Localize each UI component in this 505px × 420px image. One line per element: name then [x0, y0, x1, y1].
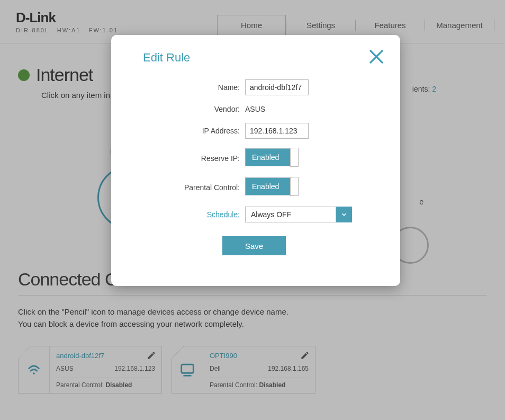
label-schedule[interactable]: Schedule: [155, 210, 240, 219]
parental-control-state: Enabled [252, 182, 279, 191]
reserve-ip-state: Enabled [252, 153, 279, 162]
ip-input[interactable] [245, 123, 309, 139]
toggle-knob [290, 177, 299, 196]
modal-title: Edit Rule [143, 51, 379, 65]
parental-control-toggle[interactable]: Enabled [245, 177, 298, 195]
vendor-value: ASUS [245, 105, 265, 113]
label-ip: IP Address: [155, 127, 240, 135]
schedule-value: Always OFF [245, 207, 336, 222]
chevron-down-icon[interactable] [336, 207, 352, 222]
reserve-ip-toggle[interactable]: Enabled [245, 148, 298, 166]
label-reserve-ip: Reserve IP: [155, 154, 240, 163]
label-vendor: Vendor: [155, 105, 240, 113]
label-parental-control: Parental Control: [155, 183, 240, 192]
close-button[interactable] [366, 47, 386, 67]
save-button[interactable]: Save [222, 236, 286, 255]
schedule-select[interactable]: Always OFF [245, 207, 356, 222]
label-name: Name: [155, 83, 240, 92]
toggle-knob [290, 148, 299, 167]
edit-rule-modal: Edit Rule Name: Vendor: ASUS IP Address:… [111, 35, 400, 286]
name-input[interactable] [245, 79, 309, 95]
